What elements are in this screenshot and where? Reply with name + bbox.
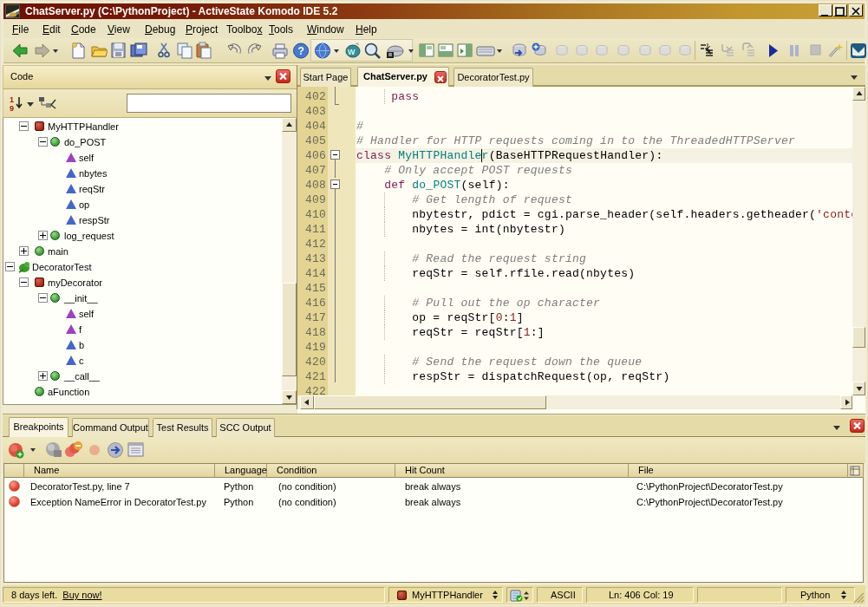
svg-text:?: ? [298, 45, 304, 57]
svg-text:1: 1 [10, 95, 14, 104]
svg-text:W: W [348, 48, 356, 56]
svg-text:9: 9 [10, 104, 14, 112]
